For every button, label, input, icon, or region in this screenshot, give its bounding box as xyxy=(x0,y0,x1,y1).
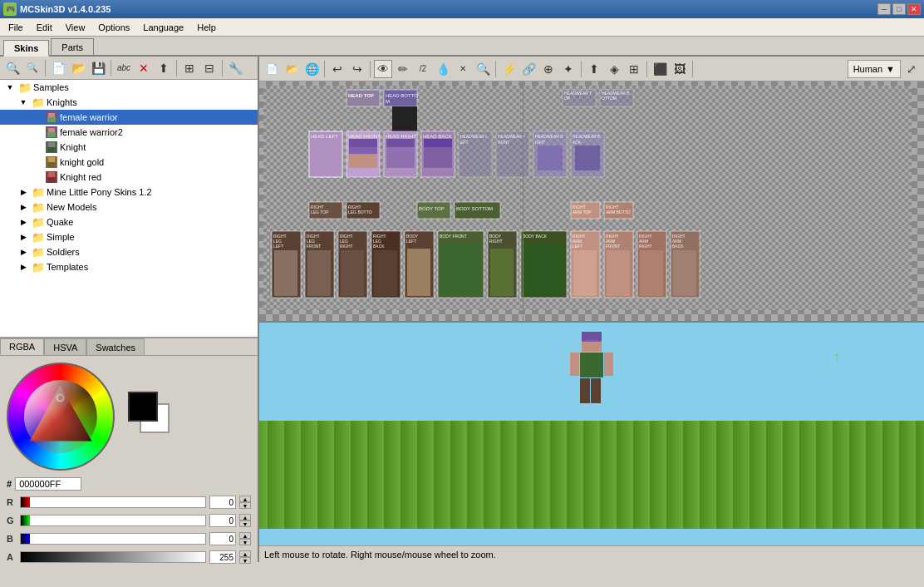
svg-rect-58 xyxy=(538,146,563,170)
tree-item-knight[interactable]: ▶ Knight xyxy=(0,140,258,155)
r-down-button[interactable]: ▼ xyxy=(239,502,251,509)
a-up-button[interactable]: ▲ xyxy=(239,550,251,557)
expander-templates[interactable]: ▶ xyxy=(17,260,30,274)
menu-options[interactable]: Options xyxy=(91,18,136,37)
save-button[interactable]: 💾 xyxy=(89,59,107,77)
foreground-color-swatch[interactable] xyxy=(128,392,158,422)
tool-1[interactable]: ⚡ xyxy=(499,60,518,78)
b-spinner[interactable]: ▲ ▼ xyxy=(239,532,251,545)
hex-input[interactable] xyxy=(15,477,81,491)
eraser-tool-button[interactable]: /2 xyxy=(414,60,432,78)
tree-item-samples[interactable]: ▼ 📁 Samples xyxy=(0,80,258,95)
expander-knights[interactable]: ▼ xyxy=(17,96,30,109)
new-file-button[interactable]: 📄 xyxy=(263,60,281,78)
3d-viewport[interactable]: ↑ xyxy=(259,323,924,545)
tree-item-female-warrior2[interactable]: ▶ female warrior2 xyxy=(0,125,258,140)
menu-edit[interactable]: Edit xyxy=(30,18,59,37)
settings-button[interactable]: 🔧 xyxy=(226,59,244,77)
grid-button[interactable]: ⊞ xyxy=(180,59,199,77)
tree-item-knight-gold[interactable]: ▶ knight gold xyxy=(0,155,258,170)
open-button[interactable]: 📂 xyxy=(283,60,301,78)
delete-button[interactable]: ✕ xyxy=(135,59,153,77)
svg-text:BODY SOTTOM: BODY SOTTOM xyxy=(456,206,493,211)
menu-view[interactable]: View xyxy=(59,18,92,37)
b-up-button[interactable]: ▲ xyxy=(239,532,251,539)
r-slider-track[interactable] xyxy=(20,496,206,508)
close-button[interactable]: ✕ xyxy=(907,3,921,15)
zoom-out-button[interactable]: 🔍 xyxy=(23,59,42,77)
tree-item-quake[interactable]: ▶ 📁 Quake xyxy=(0,215,258,229)
import-button[interactable]: ⬆ xyxy=(155,59,173,77)
tool-4[interactable]: ✦ xyxy=(559,60,578,78)
new-skin-button[interactable]: 📄 xyxy=(49,59,67,77)
svg-text:LEFT: LEFT xyxy=(406,239,416,244)
tree-item-knights[interactable]: ▼ 📁 Knights xyxy=(0,95,258,110)
fg-bg-colors[interactable] xyxy=(128,392,178,441)
a-spinner[interactable]: ▲ ▼ xyxy=(239,550,251,564)
g-down-button[interactable]: ▼ xyxy=(239,520,251,527)
menu-language[interactable]: Language xyxy=(136,18,190,37)
tree-item-mine-little[interactable]: ▶ 📁 Mine Little Pony Skins 1.2 xyxy=(0,185,258,200)
tool-9[interactable]: 🖼 xyxy=(671,60,689,78)
rename-button[interactable]: abc xyxy=(115,59,133,77)
g-slider-track[interactable] xyxy=(20,515,206,526)
color-tab-swatches[interactable]: Swatches xyxy=(86,338,145,355)
expander-soldiers[interactable]: ▶ xyxy=(17,245,30,259)
tree-item-templates[interactable]: ▶ 📁 Templates xyxy=(0,259,258,274)
r-up-button[interactable]: ▲ xyxy=(239,496,251,502)
fill-tool-button[interactable]: 🔍 xyxy=(474,60,492,78)
tree-item-new-models[interactable]: ▶ 📁 New Models xyxy=(0,200,258,215)
svg-text:OP: OP xyxy=(564,96,571,101)
pencil-tool-button[interactable]: ✏ xyxy=(394,60,412,78)
fullscreen-button[interactable]: ⤢ xyxy=(902,60,921,78)
open-folder-button[interactable]: 📂 xyxy=(69,59,87,77)
tool-5[interactable]: ⬆ xyxy=(585,60,603,78)
skin-map-area[interactable]: HEAD TOP HEAD BOTTO M HEADWEAR T OP HEAD… xyxy=(259,81,924,323)
a-down-button[interactable]: ▼ xyxy=(239,557,251,564)
expander-samples[interactable]: ▼ xyxy=(3,81,17,94)
eye-tool-button[interactable]: 👁 xyxy=(374,60,392,78)
resize-handle[interactable] xyxy=(519,81,523,321)
g-up-button[interactable]: ▲ xyxy=(239,514,251,520)
tree-panel[interactable]: ▼ 📁 Samples ▼ 📁 Knights ▶ female warrior… xyxy=(0,80,258,338)
expander-simple[interactable]: ▶ xyxy=(17,230,30,244)
globe-button[interactable]: 🌐 xyxy=(302,60,321,78)
model-selector[interactable]: Human ▼ xyxy=(848,60,901,78)
left-panel: 🔍 🔍 📄 📂 💾 abc ✕ ⬆ ⊞ ⊟ 🔧 ▼ 📁 Samples xyxy=(0,57,259,562)
tree-item-knight-red[interactable]: ▶ Knight red xyxy=(0,170,258,185)
svg-rect-26 xyxy=(392,106,417,131)
tree-item-simple[interactable]: ▶ 📁 Simple xyxy=(0,229,258,244)
tab-parts[interactable]: Parts xyxy=(51,38,94,55)
a-slider-track[interactable] xyxy=(20,551,206,563)
svg-rect-7 xyxy=(48,142,55,147)
maximize-button[interactable]: □ xyxy=(892,3,906,15)
eyedropper-tool-button[interactable]: 💧 xyxy=(434,60,452,78)
tree-item-soldiers[interactable]: ▶ 📁 Soldiers xyxy=(0,244,258,259)
grid2-button[interactable]: ⊟ xyxy=(200,59,219,77)
undo-button[interactable]: ↩ xyxy=(328,60,346,78)
color-wheel[interactable] xyxy=(7,363,115,471)
menu-file[interactable]: File xyxy=(2,18,30,37)
tool-2[interactable]: 🔗 xyxy=(519,60,538,78)
r-spinner[interactable]: ▲ ▼ xyxy=(239,496,251,509)
tool-3[interactable]: ⊕ xyxy=(539,60,558,78)
tree-item-female-warrior[interactable]: ▶ female warrior xyxy=(0,110,258,125)
tool-6[interactable]: ◈ xyxy=(605,60,623,78)
zoom-in-button[interactable]: 🔍 xyxy=(3,59,22,77)
expander-quake[interactable]: ▶ xyxy=(17,215,30,229)
tool-8[interactable]: ⬛ xyxy=(651,60,669,78)
tool-7[interactable]: ⊞ xyxy=(625,60,643,78)
color-tab-rgba[interactable]: RGBA xyxy=(0,338,44,355)
expander-mine-little[interactable]: ▶ xyxy=(17,185,30,199)
menu-help[interactable]: Help xyxy=(190,18,223,37)
color-tab-hsva[interactable]: HSVA xyxy=(44,338,86,355)
minimize-button[interactable]: ─ xyxy=(877,3,891,15)
b-down-button[interactable]: ▼ xyxy=(239,539,251,545)
select-tool-button[interactable]: ✕ xyxy=(454,60,472,78)
b-slider-track[interactable] xyxy=(20,533,206,545)
expander-new-models[interactable]: ▶ xyxy=(17,200,30,214)
tab-skins[interactable]: Skins xyxy=(3,40,49,57)
status-bar: Left mouse to rotate. Right mouse/mouse … xyxy=(259,545,924,562)
redo-button[interactable]: ↪ xyxy=(348,60,366,78)
g-spinner[interactable]: ▲ ▼ xyxy=(239,514,251,527)
